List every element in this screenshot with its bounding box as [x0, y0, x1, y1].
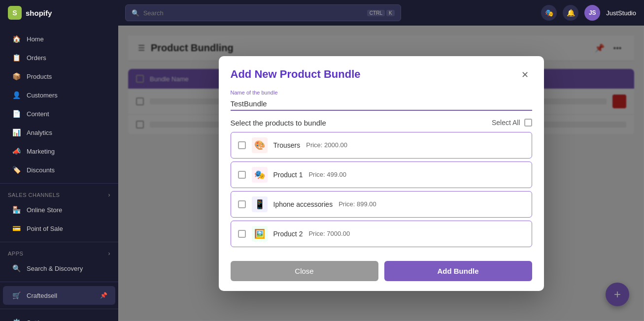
nav-right: 🎭 🔔 JS JustStudio	[541, 5, 636, 21]
sidebar-item-discounts[interactable]: 🏷️ Discounts	[3, 160, 115, 179]
sidebar-item-discounts-label: Discounts	[27, 166, 55, 174]
apps-section: Apps ›	[0, 246, 118, 259]
sales-channels-label: Sales channels	[8, 192, 60, 198]
product-price-iphone: Price: 899.00	[339, 200, 376, 208]
product-item-product1[interactable]: 🎭 Product 1 Price: 499.00	[231, 161, 532, 188]
sidebar-item-products[interactable]: 📦 Products	[3, 67, 115, 86]
sidebar-item-home[interactable]: 🏠 Home	[3, 30, 115, 48]
sidebar-item-online-store-label: Online Store	[27, 206, 62, 214]
product-thumb-product1: 🎭	[252, 167, 268, 183]
notification-icon-btn[interactable]: 🎭	[541, 5, 557, 21]
apps-label: Apps	[8, 251, 23, 257]
products-icon: 📦	[11, 71, 22, 82]
user-name: JustStudio	[606, 9, 636, 17]
product-checkbox-product2[interactable]	[238, 230, 246, 238]
sidebar-item-orders-label: Orders	[27, 54, 46, 62]
product-name-product2: Product 2	[273, 230, 303, 238]
sidebar-item-search-discovery[interactable]: 🔍 Search & Discovery	[3, 259, 115, 278]
search-input[interactable]	[143, 9, 363, 17]
product-thumb-product2: 🖼️	[252, 226, 268, 242]
modal-header: Add New Product Bundle ✕	[219, 56, 544, 86]
sidebar-item-settings[interactable]: ⚙️ Settings	[3, 313, 115, 321]
select-all-area: Select All	[492, 119, 532, 127]
discounts-icon: 🏷️	[11, 164, 22, 175]
sidebar-item-search-discovery-label: Search & Discovery	[27, 265, 83, 272]
content-icon: 📄	[11, 108, 22, 119]
product-thumb-iphone: 📱	[252, 196, 268, 212]
product-name-product1: Product 1	[273, 171, 303, 179]
sidebar-item-settings-label: Settings	[27, 319, 50, 321]
sidebar-item-marketing[interactable]: 📣 Marketing	[3, 142, 115, 160]
product-list: 🎨 Trousers Price: 2000.00 🎭 Product 1 Pr…	[231, 132, 532, 247]
bundle-name-field: Name of the bundle	[231, 90, 532, 111]
product-item-product2[interactable]: 🖼️ Product 2 Price: 7000.00	[231, 221, 532, 247]
sidebar-divider-4	[0, 309, 118, 309]
search-icon: 🔍	[132, 9, 139, 17]
product-thumb-trousers: 🎨	[252, 137, 268, 153]
sidebar-item-analytics[interactable]: 📊 Analytics	[3, 123, 115, 142]
customers-icon: 👤	[11, 90, 22, 100]
modal-footer: Close Add Bundle	[219, 255, 544, 291]
bundle-name-input[interactable]	[231, 97, 532, 111]
bell-icon-btn[interactable]: 🔔	[563, 5, 578, 21]
analytics-icon: 📊	[11, 127, 22, 138]
modal-close-button[interactable]: ✕	[518, 68, 532, 82]
marketing-icon: 📣	[11, 146, 22, 157]
select-all-label: Select All	[492, 119, 520, 127]
close-button[interactable]: Close	[231, 261, 378, 281]
sidebar-divider-3	[0, 282, 118, 282]
top-navigation: S shopify 🔍 CTRL K 🎭 🔔 JS JustStudio	[0, 0, 644, 26]
product-checkbox-trousers[interactable]	[238, 141, 246, 149]
sidebar-item-home-label: Home	[27, 35, 44, 43]
sidebar-item-customers[interactable]: 👤 Customers	[3, 86, 115, 104]
shopify-logo-icon: S	[8, 6, 22, 20]
sidebar-item-point-of-sale-label: Point of Sale	[27, 225, 63, 232]
search-shortcut: CTRL K	[367, 10, 395, 16]
sales-channels-expand-icon: ›	[108, 192, 111, 198]
sidebar: 🏠 Home 📋 Orders 📦 Products 👤 Customers 📄…	[0, 26, 118, 321]
user-avatar[interactable]: JS	[584, 5, 600, 21]
product-name-trousers: Trousers	[273, 141, 301, 149]
orders-icon: 📋	[11, 52, 22, 63]
product-checkbox-iphone[interactable]	[238, 200, 246, 208]
content-area: ☰ Product Bundling 📌 ••• Bundle Name	[118, 26, 644, 321]
apps-expand-icon: ›	[108, 250, 111, 257]
product-price-product1: Price: 499.00	[308, 171, 346, 178]
settings-icon: ⚙️	[11, 317, 22, 321]
pin-icon: 📌	[100, 292, 107, 299]
modal-overlay: Add New Product Bundle ✕ Name of the bun…	[118, 26, 644, 321]
sidebar-item-analytics-label: Analytics	[27, 129, 52, 136]
product-price-trousers: Price: 2000.00	[306, 141, 347, 149]
product-price-product2: Price: 7000.00	[308, 230, 350, 237]
point-of-sale-icon: 💳	[11, 223, 22, 234]
sidebar-item-content-label: Content	[27, 110, 49, 118]
modal-body: Name of the bundle Select the products t…	[219, 86, 544, 255]
select-products-label: Select the products to bundle	[231, 119, 326, 127]
sidebar-item-online-store[interactable]: 🏪 Online Store	[3, 200, 115, 219]
search-discovery-icon: 🔍	[11, 263, 22, 274]
k-key: K	[386, 10, 395, 16]
add-bundle-button[interactable]: Add Bundle	[384, 261, 532, 281]
sidebar-item-orders[interactable]: 📋 Orders	[3, 48, 115, 67]
product-name-iphone: Iphone accessories	[273, 200, 333, 208]
product-item-trousers[interactable]: 🎨 Trousers Price: 2000.00	[231, 132, 532, 159]
search-bar[interactable]: 🔍 CTRL K	[125, 4, 401, 21]
bundle-name-label: Name of the bundle	[231, 90, 532, 96]
home-icon: 🏠	[11, 33, 22, 44]
shopify-logo-text: shopify	[26, 9, 52, 17]
sidebar-item-content[interactable]: 📄 Content	[3, 104, 115, 123]
sidebar-item-point-of-sale[interactable]: 💳 Point of Sale	[3, 219, 115, 238]
sidebar-item-craftedsell-label: Craftedsell	[27, 292, 57, 299]
add-bundle-modal: Add New Product Bundle ✕ Name of the bun…	[219, 56, 544, 291]
select-products-header: Select the products to bundle Select All	[231, 119, 532, 127]
online-store-icon: 🏪	[11, 204, 22, 215]
select-all-checkbox[interactable]	[524, 119, 532, 127]
shopify-logo: S shopify	[8, 6, 52, 20]
product-item-iphone[interactable]: 📱 Iphone accessories Price: 899.00	[231, 191, 532, 218]
sidebar-divider-1	[0, 183, 118, 184]
sidebar-item-craftedsell[interactable]: 🛒 Craftedsell 📌	[3, 286, 115, 305]
product-checkbox-product1[interactable]	[238, 171, 246, 179]
sales-channels-section: Sales channels ›	[0, 188, 118, 200]
main-layout: 🏠 Home 📋 Orders 📦 Products 👤 Customers 📄…	[0, 26, 644, 321]
modal-title: Add New Product Bundle	[231, 68, 361, 81]
